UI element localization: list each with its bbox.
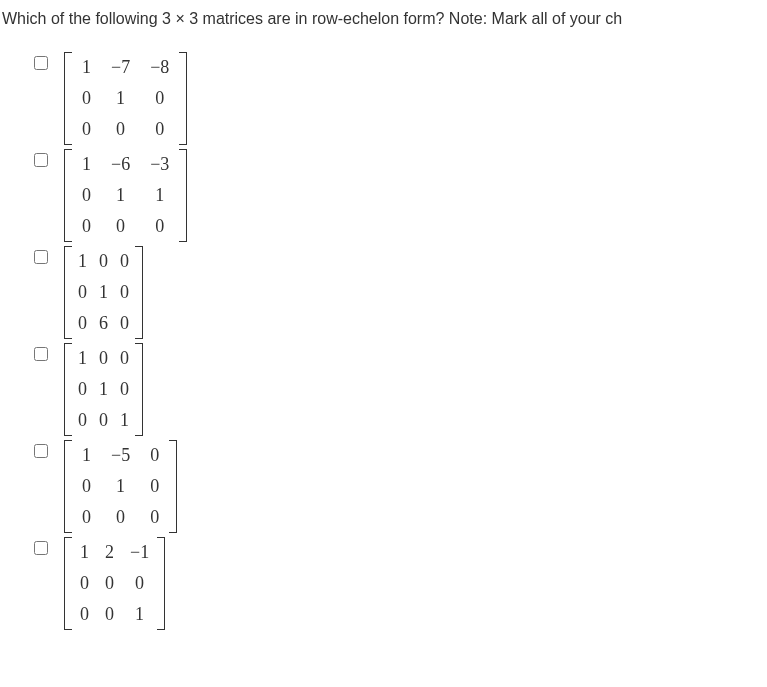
matrix-body: 100010001 xyxy=(72,343,135,436)
matrix-body: 100010060 xyxy=(72,246,135,339)
matrix-row: 010 xyxy=(72,471,169,502)
matrix-cell: 1 xyxy=(101,83,140,114)
bracket-left-icon xyxy=(64,343,72,436)
matrix-row: 011 xyxy=(72,180,179,211)
matrix-row: 1−50 xyxy=(72,440,169,471)
bracket-right-icon xyxy=(169,440,177,533)
matrix-cell: 0 xyxy=(97,599,122,630)
matrix-cell: 0 xyxy=(140,440,169,471)
matrix-cell: 0 xyxy=(114,277,135,308)
matrix-cell: 1 xyxy=(72,246,93,277)
matrix-cell: 0 xyxy=(72,599,97,630)
matrix-cell: 0 xyxy=(72,471,101,502)
matrix-cell: −7 xyxy=(101,52,140,83)
matrix-cell: 0 xyxy=(140,502,169,533)
matrix: 100010001 xyxy=(64,343,143,436)
bracket-left-icon xyxy=(64,537,72,630)
matrix-row: 000 xyxy=(72,502,169,533)
bracket-right-icon xyxy=(135,343,143,436)
option-row: 1−50010000 xyxy=(34,440,767,533)
matrix-cell: 1 xyxy=(72,537,97,568)
matrix-cell: 0 xyxy=(93,246,114,277)
matrix: 12−1000001 xyxy=(64,537,165,630)
matrix-cell: 0 xyxy=(72,180,101,211)
bracket-left-icon xyxy=(64,149,72,242)
matrix-cell: 0 xyxy=(140,83,179,114)
checkbox-wrap xyxy=(34,343,48,365)
matrix-cell: −8 xyxy=(140,52,179,83)
matrix-cell: 1 xyxy=(93,374,114,405)
matrix-cell: 1 xyxy=(72,343,93,374)
bracket-left-icon xyxy=(64,52,72,145)
option-checkbox-5[interactable] xyxy=(34,541,48,555)
matrix-cell: 0 xyxy=(93,343,114,374)
matrix-cell: 0 xyxy=(140,114,179,145)
matrix-row: 000 xyxy=(72,568,157,599)
checkbox-wrap xyxy=(34,246,48,268)
matrix-cell: 0 xyxy=(72,83,101,114)
matrix-cell: 0 xyxy=(101,211,140,242)
matrix-cell: 0 xyxy=(72,211,101,242)
matrix-cell: −3 xyxy=(140,149,179,180)
option-checkbox-2[interactable] xyxy=(34,250,48,264)
matrix-cell: 0 xyxy=(72,114,101,145)
matrix-row: 060 xyxy=(72,308,135,339)
matrix-row: 100 xyxy=(72,343,135,374)
matrix-body: 12−1000001 xyxy=(72,537,157,630)
option-row: 1−6−3011000 xyxy=(34,149,767,242)
matrix-cell: 1 xyxy=(72,149,101,180)
option-row: 100010060 xyxy=(34,246,767,339)
matrix-cell: 0 xyxy=(72,277,93,308)
matrix-body: 1−7−8010000 xyxy=(72,52,179,145)
checkbox-wrap xyxy=(34,537,48,559)
matrix-cell: 0 xyxy=(114,308,135,339)
matrix-cell: 0 xyxy=(114,374,135,405)
matrix-cell: 1 xyxy=(101,471,140,502)
matrix-cell: 6 xyxy=(93,308,114,339)
matrix-cell: 1 xyxy=(93,277,114,308)
matrix-row: 100 xyxy=(72,246,135,277)
matrix-cell: 0 xyxy=(114,246,135,277)
matrix: 100010060 xyxy=(64,246,143,339)
matrix-cell: 0 xyxy=(72,405,93,436)
matrix-row: 010 xyxy=(72,374,135,405)
matrix: 1−6−3011000 xyxy=(64,149,187,242)
matrix-cell: 1 xyxy=(72,440,101,471)
matrix-cell: 0 xyxy=(101,502,140,533)
checkbox-wrap xyxy=(34,52,48,74)
option-checkbox-1[interactable] xyxy=(34,153,48,167)
matrix-cell: −5 xyxy=(101,440,140,471)
matrix: 1−50010000 xyxy=(64,440,177,533)
question-text: Which of the following 3 × 3 matrices ar… xyxy=(2,10,767,28)
matrix-row: 12−1 xyxy=(72,537,157,568)
matrix-row: 1−7−8 xyxy=(72,52,179,83)
matrix-cell: 0 xyxy=(140,211,179,242)
option-checkbox-4[interactable] xyxy=(34,444,48,458)
checkbox-wrap xyxy=(34,440,48,462)
matrix-row: 000 xyxy=(72,211,179,242)
matrix-cell: 1 xyxy=(140,180,179,211)
matrix-cell: 0 xyxy=(72,502,101,533)
bracket-right-icon xyxy=(157,537,165,630)
bracket-right-icon xyxy=(179,149,187,242)
matrix-cell: 0 xyxy=(101,114,140,145)
option-checkbox-3[interactable] xyxy=(34,347,48,361)
matrix-cell: 0 xyxy=(140,471,169,502)
matrix-cell: −1 xyxy=(122,537,157,568)
matrix-row: 000 xyxy=(72,114,179,145)
matrix-body: 1−50010000 xyxy=(72,440,169,533)
bracket-right-icon xyxy=(135,246,143,339)
option-row: 12−1000001 xyxy=(34,537,767,630)
options-list: 1−7−80100001−6−3011000100010060100010001… xyxy=(2,52,767,630)
matrix-cell: 0 xyxy=(93,405,114,436)
bracket-left-icon xyxy=(64,246,72,339)
matrix-body: 1−6−3011000 xyxy=(72,149,179,242)
option-checkbox-0[interactable] xyxy=(34,56,48,70)
matrix-cell: 0 xyxy=(97,568,122,599)
matrix-row: 1−6−3 xyxy=(72,149,179,180)
option-row: 1−7−8010000 xyxy=(34,52,767,145)
matrix-cell: 1 xyxy=(122,599,157,630)
matrix-cell: 1 xyxy=(101,180,140,211)
matrix-cell: −6 xyxy=(101,149,140,180)
matrix-cell: 0 xyxy=(72,568,97,599)
